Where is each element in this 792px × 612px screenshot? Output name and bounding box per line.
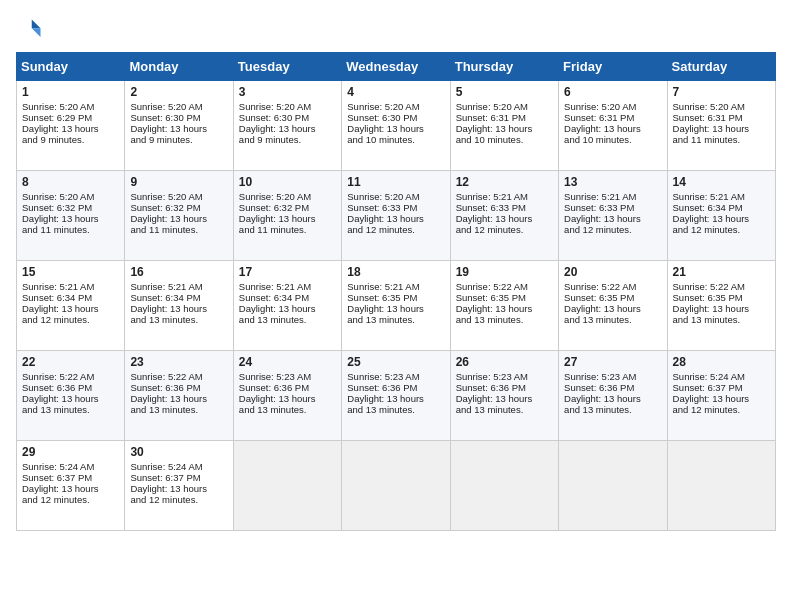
daylight-text: Daylight: 13 hours <box>22 213 99 224</box>
calendar-cell: 30Sunrise: 5:24 AMSunset: 6:37 PMDayligh… <box>125 441 233 531</box>
sunrise-text: Sunrise: 5:24 AM <box>130 461 202 472</box>
daylight-text: Daylight: 13 hours <box>239 123 316 134</box>
sunset-text: Sunset: 6:33 PM <box>347 202 417 213</box>
day-number: 4 <box>347 85 444 99</box>
calendar-cell: 26Sunrise: 5:23 AMSunset: 6:36 PMDayligh… <box>450 351 558 441</box>
sunset-text: Sunset: 6:34 PM <box>22 292 92 303</box>
sunset-text: Sunset: 6:31 PM <box>673 112 743 123</box>
calendar-cell: 12Sunrise: 5:21 AMSunset: 6:33 PMDayligh… <box>450 171 558 261</box>
day-number: 16 <box>130 265 227 279</box>
calendar-week-row: 22Sunrise: 5:22 AMSunset: 6:36 PMDayligh… <box>17 351 776 441</box>
sunset-text: Sunset: 6:35 PM <box>564 292 634 303</box>
daylight-text-cont: and 13 minutes. <box>347 404 415 415</box>
sunset-text: Sunset: 6:34 PM <box>673 202 743 213</box>
daylight-text: Daylight: 13 hours <box>564 393 641 404</box>
daylight-text-cont: and 10 minutes. <box>347 134 415 145</box>
sunrise-text: Sunrise: 5:24 AM <box>22 461 94 472</box>
sunrise-text: Sunrise: 5:20 AM <box>22 191 94 202</box>
calendar-cell: 13Sunrise: 5:21 AMSunset: 6:33 PMDayligh… <box>559 171 667 261</box>
daylight-text: Daylight: 13 hours <box>673 123 750 134</box>
calendar-week-row: 29Sunrise: 5:24 AMSunset: 6:37 PMDayligh… <box>17 441 776 531</box>
day-number: 22 <box>22 355 119 369</box>
day-number: 9 <box>130 175 227 189</box>
calendar-header-friday: Friday <box>559 53 667 81</box>
day-number: 24 <box>239 355 336 369</box>
sunrise-text: Sunrise: 5:21 AM <box>130 281 202 292</box>
sunset-text: Sunset: 6:36 PM <box>130 382 200 393</box>
daylight-text-cont: and 12 minutes. <box>456 224 524 235</box>
daylight-text-cont: and 13 minutes. <box>22 404 90 415</box>
calendar-header-wednesday: Wednesday <box>342 53 450 81</box>
day-number: 30 <box>130 445 227 459</box>
calendar-cell: 24Sunrise: 5:23 AMSunset: 6:36 PMDayligh… <box>233 351 341 441</box>
daylight-text-cont: and 12 minutes. <box>130 494 198 505</box>
calendar-cell: 23Sunrise: 5:22 AMSunset: 6:36 PMDayligh… <box>125 351 233 441</box>
daylight-text: Daylight: 13 hours <box>130 483 207 494</box>
calendar-cell: 6Sunrise: 5:20 AMSunset: 6:31 PMDaylight… <box>559 81 667 171</box>
day-number: 7 <box>673 85 770 99</box>
calendar-header-sunday: Sunday <box>17 53 125 81</box>
day-number: 27 <box>564 355 661 369</box>
calendar-cell <box>233 441 341 531</box>
sunset-text: Sunset: 6:34 PM <box>130 292 200 303</box>
daylight-text-cont: and 11 minutes. <box>130 224 198 235</box>
svg-marker-0 <box>32 20 41 29</box>
sunset-text: Sunset: 6:32 PM <box>130 202 200 213</box>
daylight-text: Daylight: 13 hours <box>456 393 533 404</box>
sunrise-text: Sunrise: 5:20 AM <box>239 191 311 202</box>
day-number: 23 <box>130 355 227 369</box>
calendar-cell <box>559 441 667 531</box>
sunset-text: Sunset: 6:35 PM <box>456 292 526 303</box>
day-number: 3 <box>239 85 336 99</box>
calendar-cell <box>450 441 558 531</box>
sunset-text: Sunset: 6:33 PM <box>456 202 526 213</box>
day-number: 15 <box>22 265 119 279</box>
calendar-header-monday: Monday <box>125 53 233 81</box>
calendar-cell: 16Sunrise: 5:21 AMSunset: 6:34 PMDayligh… <box>125 261 233 351</box>
daylight-text: Daylight: 13 hours <box>673 393 750 404</box>
day-number: 26 <box>456 355 553 369</box>
calendar-cell: 5Sunrise: 5:20 AMSunset: 6:31 PMDaylight… <box>450 81 558 171</box>
sunset-text: Sunset: 6:37 PM <box>673 382 743 393</box>
calendar-cell: 21Sunrise: 5:22 AMSunset: 6:35 PMDayligh… <box>667 261 775 351</box>
daylight-text: Daylight: 13 hours <box>22 123 99 134</box>
daylight-text: Daylight: 13 hours <box>239 303 316 314</box>
sunrise-text: Sunrise: 5:21 AM <box>673 191 745 202</box>
sunrise-text: Sunrise: 5:20 AM <box>673 101 745 112</box>
daylight-text-cont: and 9 minutes. <box>130 134 192 145</box>
sunrise-text: Sunrise: 5:20 AM <box>564 101 636 112</box>
daylight-text-cont: and 12 minutes. <box>347 224 415 235</box>
daylight-text: Daylight: 13 hours <box>22 303 99 314</box>
calendar-cell: 8Sunrise: 5:20 AMSunset: 6:32 PMDaylight… <box>17 171 125 261</box>
sunrise-text: Sunrise: 5:22 AM <box>22 371 94 382</box>
sunrise-text: Sunrise: 5:21 AM <box>564 191 636 202</box>
daylight-text: Daylight: 13 hours <box>347 213 424 224</box>
day-number: 17 <box>239 265 336 279</box>
sunset-text: Sunset: 6:36 PM <box>22 382 92 393</box>
sunrise-text: Sunrise: 5:22 AM <box>130 371 202 382</box>
calendar-cell: 19Sunrise: 5:22 AMSunset: 6:35 PMDayligh… <box>450 261 558 351</box>
daylight-text: Daylight: 13 hours <box>239 213 316 224</box>
calendar-cell: 10Sunrise: 5:20 AMSunset: 6:32 PMDayligh… <box>233 171 341 261</box>
sunset-text: Sunset: 6:33 PM <box>564 202 634 213</box>
daylight-text: Daylight: 13 hours <box>22 393 99 404</box>
sunset-text: Sunset: 6:37 PM <box>22 472 92 483</box>
sunrise-text: Sunrise: 5:23 AM <box>456 371 528 382</box>
sunset-text: Sunset: 6:30 PM <box>347 112 417 123</box>
daylight-text-cont: and 10 minutes. <box>564 134 632 145</box>
logo <box>16 16 48 44</box>
daylight-text: Daylight: 13 hours <box>130 303 207 314</box>
day-number: 11 <box>347 175 444 189</box>
calendar-week-row: 8Sunrise: 5:20 AMSunset: 6:32 PMDaylight… <box>17 171 776 261</box>
daylight-text-cont: and 13 minutes. <box>239 404 307 415</box>
daylight-text: Daylight: 13 hours <box>239 393 316 404</box>
sunrise-text: Sunrise: 5:20 AM <box>130 191 202 202</box>
calendar-cell: 15Sunrise: 5:21 AMSunset: 6:34 PMDayligh… <box>17 261 125 351</box>
daylight-text-cont: and 13 minutes. <box>456 404 524 415</box>
daylight-text-cont: and 11 minutes. <box>239 224 307 235</box>
daylight-text: Daylight: 13 hours <box>673 213 750 224</box>
daylight-text-cont: and 13 minutes. <box>130 314 198 325</box>
sunset-text: Sunset: 6:30 PM <box>239 112 309 123</box>
day-number: 21 <box>673 265 770 279</box>
daylight-text: Daylight: 13 hours <box>564 123 641 134</box>
